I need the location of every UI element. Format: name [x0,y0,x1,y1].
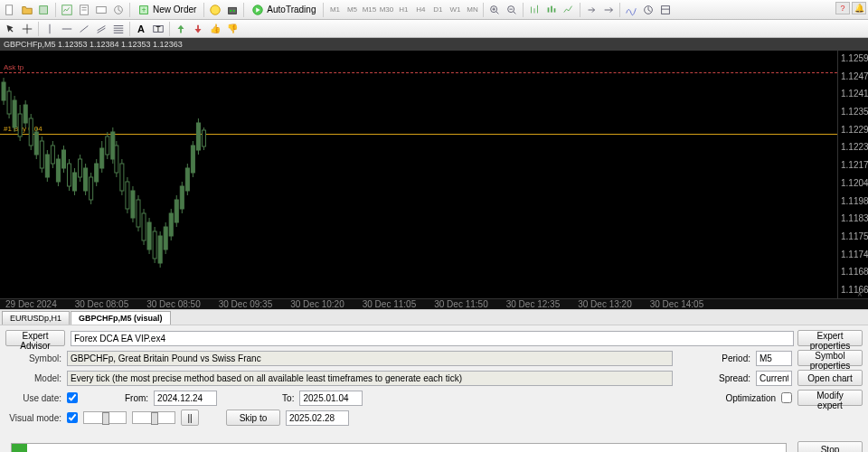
text-icon[interactable]: A [133,21,149,37]
speed-slider-2[interactable] [132,411,175,424]
speed-slider[interactable] [83,411,127,424]
strategy-tester-icon[interactable] [110,2,127,18]
metaquotes-icon[interactable] [207,2,223,18]
optimization-checkbox[interactable] [781,392,792,403]
autotrading-button[interactable]: AutoTrading [247,2,320,18]
chart-tabs: EURUSDp,H1 GBPCHFp,M5 (visual) [0,309,868,325]
autoscroll-icon[interactable] [600,2,617,18]
tf-mn[interactable]: MN [464,2,480,18]
pause-button[interactable]: || [181,410,199,426]
svg-rect-77 [84,168,88,191]
expert-advisor-dropdown[interactable]: Expert Advisor [5,330,65,346]
tf-m1[interactable]: M1 [326,2,343,18]
tf-w1[interactable]: W1 [447,2,463,18]
stop-button[interactable]: Stop [797,441,863,452]
navigator-icon[interactable] [76,2,92,18]
periods-icon[interactable] [640,2,656,18]
period-field[interactable] [756,351,792,366]
thumbs-down-icon[interactable]: 👎 [224,21,241,37]
zoom-in-icon[interactable] [486,2,503,18]
to-date-field[interactable] [299,391,363,406]
new-file-icon[interactable] [2,2,18,18]
hline-icon[interactable] [59,21,75,37]
profiles-icon[interactable] [36,2,52,18]
folder-icon[interactable] [19,2,35,18]
candle-chart-icon[interactable] [543,2,560,18]
tester-close-icon[interactable]: × [857,289,866,298]
toolbar-main: +New Order AutoTrading M1 M5 M15 M30 H1 … [0,0,868,20]
channel-icon[interactable] [93,21,109,37]
svg-rect-85 [106,137,109,155]
arrow-up-icon[interactable] [173,21,189,37]
signal-icon[interactable]: 🔔 [852,2,866,14]
window-controls: ? 🔔 [835,2,866,14]
svg-rect-6 [97,6,107,13]
svg-rect-93 [126,182,129,209]
svg-line-39 [98,28,106,33]
svg-rect-83 [100,148,104,168]
new-order-button[interactable]: +New Order [133,2,201,18]
svg-rect-89 [115,146,118,173]
tf-d1[interactable]: D1 [429,2,446,18]
svg-rect-71 [67,164,71,186]
svg-rect-99 [142,213,146,240]
tf-m15[interactable]: M15 [361,2,377,18]
expert-advisors-icon[interactable] [224,2,241,18]
spread-field[interactable] [756,371,792,386]
zoom-out-icon[interactable] [504,2,520,18]
svg-rect-103 [153,231,156,259]
svg-rect-31 [662,5,670,14]
cursor-icon[interactable] [2,21,18,37]
thumbs-up-icon[interactable]: 👍 [207,21,223,37]
terminal-icon[interactable] [93,2,109,18]
svg-rect-109 [169,213,173,236]
svg-rect-53 [18,114,22,137]
candlesticks [0,51,837,298]
tab-eurusd[interactable]: EURUSDp,H1 [2,311,70,325]
svg-rect-117 [191,146,194,173]
chart-area[interactable]: Ask tp #1 Buy 0.04 [0,51,868,298]
open-chart-button[interactable]: Open chart [797,370,863,386]
tf-h4[interactable]: H4 [412,2,429,18]
skip-to-button[interactable]: Skip to [226,410,280,426]
templates-icon[interactable] [657,2,674,18]
fibo-icon[interactable] [110,21,127,37]
svg-rect-49 [7,91,11,114]
expert-properties-button[interactable]: Expert properties [797,330,863,346]
use-date-checkbox[interactable] [67,392,78,403]
bar-chart-icon[interactable] [526,2,542,18]
svg-rect-81 [95,164,99,182]
svg-rect-119 [196,123,200,150]
model-field[interactable] [67,371,673,386]
chart-title: GBPCHFp,M5 1.12353 1.12384 1.12353 1.123… [0,38,868,51]
tf-h1[interactable]: H1 [395,2,411,18]
svg-rect-95 [131,191,135,218]
trendline-icon[interactable] [76,21,92,37]
period-label: Period: [722,353,750,363]
arrow-down-icon[interactable] [190,21,206,37]
modify-expert-button[interactable]: Modify expert [797,390,863,406]
ea-name-field[interactable] [71,331,794,346]
vline-icon[interactable] [42,21,58,37]
symbol-properties-button[interactable]: Symbol properties [797,350,863,366]
svg-rect-2 [62,5,72,14]
crosshair-icon[interactable] [19,21,35,37]
from-date-field[interactable] [154,391,217,406]
svg-rect-0 [6,5,13,14]
text-label-icon[interactable]: T [150,21,166,37]
skip-date-field[interactable] [286,410,349,426]
tf-m5[interactable]: M5 [344,2,360,18]
svg-line-30 [648,10,651,12]
help-icon[interactable]: ? [835,2,850,14]
tab-gbpchf-visual[interactable]: GBPCHFp,M5 (visual) [71,311,171,325]
symbol-field[interactable] [67,351,673,366]
shift-icon[interactable] [583,2,599,18]
visual-mode-checkbox[interactable] [67,412,78,423]
tf-m30[interactable]: M30 [378,2,394,18]
svg-rect-27 [554,8,556,12]
line-chart-icon[interactable] [561,2,577,18]
market-watch-icon[interactable] [59,2,75,18]
indicators-icon[interactable] [623,2,639,18]
use-date-label: Use date: [5,393,61,403]
to-label: To: [282,393,294,403]
